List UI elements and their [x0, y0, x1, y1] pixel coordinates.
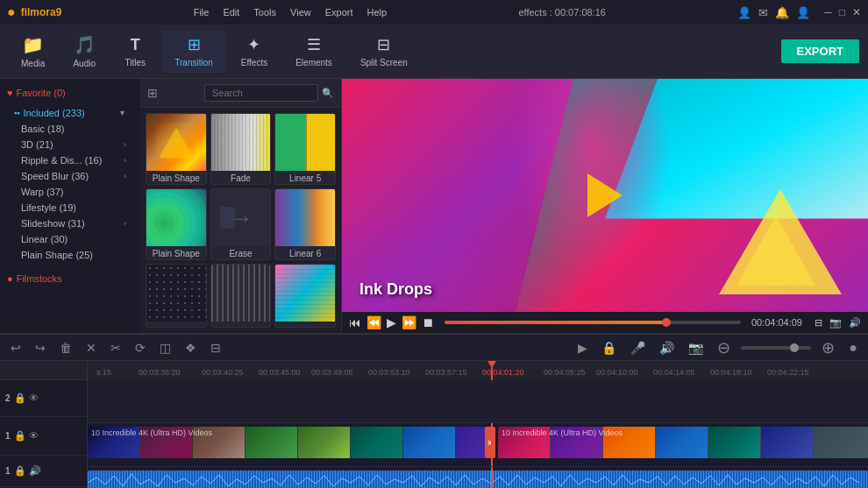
preview-controls: ⏮ ⏪ ▶ ⏩ ⏹ 00:04:04:09 ⊟ 📷 🔊	[342, 312, 868, 333]
sidebar-3d[interactable]: 3D (21) ›	[7, 137, 133, 152]
zoom-out-button[interactable]: ⊖	[714, 336, 734, 359]
extra-3-thumb	[275, 265, 335, 322]
favorite-section[interactable]: ♥ Favorite (0)	[0, 84, 140, 102]
plain-shape-5-label: Plain Shape 5	[146, 246, 206, 260]
sidebar-ripple[interactable]: Ripple & Dis... (16) ›	[7, 152, 133, 168]
toolbar-split-screen[interactable]: ⊟ Split Screen	[348, 30, 420, 73]
play-timeline-button[interactable]: ▶	[574, 339, 591, 357]
step-back-button[interactable]: ⏪	[366, 315, 381, 329]
track-2-lock-icon[interactable]: 🔒	[14, 393, 26, 404]
playhead[interactable]	[491, 361, 493, 380]
track-1-row: 10 Incredible 4K (Ultra HD) Videos ×	[88, 423, 868, 466]
audio-clip[interactable]	[88, 470, 868, 488]
3d-label: 3D (21)	[21, 139, 53, 150]
rotate-button[interactable]: ⟳	[132, 339, 149, 357]
transition-marker[interactable]: ×	[485, 427, 495, 458]
ripple-label: Ripple & Dis... (16)	[21, 155, 102, 166]
speed-button[interactable]: ❖	[181, 339, 200, 357]
toolbar-elements[interactable]: ☰ Elements	[283, 30, 345, 73]
stop-button[interactable]: ⏹	[422, 315, 434, 329]
fit-button[interactable]: ●	[845, 338, 861, 357]
audio-lock-icon[interactable]: 🔒	[14, 465, 26, 477]
lock-timeline-button[interactable]: 🔒	[598, 339, 620, 357]
cut-button[interactable]: ✕	[82, 339, 100, 357]
effect-extra-1[interactable]	[146, 264, 207, 328]
toolbar-media[interactable]: 📁 Media	[9, 29, 57, 74]
sidebar-speed-blur[interactable]: Speed Blur (36) ›	[7, 168, 133, 184]
sidebar-plain-shape[interactable]: Plain Shape (25)	[7, 247, 133, 263]
effect-erase[interactable]: → Erase	[210, 188, 272, 260]
step-forward-button[interactable]: ⏩	[402, 315, 416, 329]
zoom-in-button[interactable]: ⊕	[818, 336, 838, 359]
effect-extra-3[interactable]	[274, 264, 336, 328]
play-pause-button[interactable]: ▶	[387, 315, 396, 329]
filmstocks-section[interactable]: ● Filmstocks	[0, 270, 140, 287]
export-button[interactable]: EXPORT	[781, 39, 859, 63]
menu-tools[interactable]: Tools	[253, 7, 276, 18]
sidebar-lifestyle[interactable]: Lifestyle (19)	[7, 200, 133, 216]
menu-help[interactable]: Help	[367, 7, 388, 18]
toolbar-transition[interactable]: ⊞ Transition	[162, 30, 225, 73]
sidebar-slideshow[interactable]: Slideshow (31) ›	[7, 216, 133, 231]
effect-plain-shape-5[interactable]: Plain Shape 5	[146, 188, 207, 260]
effect-linear-6[interactable]: Linear 6	[274, 188, 336, 260]
screenshot-button[interactable]: 📷	[829, 317, 842, 329]
audio-speaker-icon[interactable]: 🔊	[29, 465, 41, 477]
erase-label: Erase	[211, 246, 271, 260]
snapshot-button[interactable]: 📷	[685, 339, 707, 357]
crop-button[interactable]: ◫	[156, 339, 174, 357]
audio-track-icons: 🔒 🔊	[14, 465, 41, 477]
volume-button[interactable]: 🔊	[849, 317, 861, 329]
sidebar-linear[interactable]: Linear (30)	[7, 231, 133, 247]
effect-extra-2[interactable]	[210, 264, 272, 328]
track-1-number: 1	[5, 431, 11, 441]
pip-button[interactable]: ⊟	[207, 339, 224, 357]
effect-plain-shape-4[interactable]: Plain Shape 4	[146, 113, 207, 185]
maximize-button[interactable]: □	[839, 6, 845, 19]
user-icon[interactable]: 👤	[796, 6, 810, 19]
menu-view[interactable]: View	[290, 7, 311, 18]
redo-button[interactable]: ↪	[32, 339, 49, 357]
search-input[interactable]	[204, 84, 318, 102]
render-button[interactable]: ⊟	[815, 317, 822, 329]
toolbar-titles[interactable]: T Titles	[111, 31, 159, 73]
video-clip-1[interactable]: 10 Incredible 4K (Ultra HD) Videos	[88, 427, 487, 458]
effect-linear-5[interactable]: Linear 5	[274, 113, 336, 185]
erase-thumb: →	[211, 189, 271, 246]
toolbar-effects[interactable]: ✦ Effects	[229, 30, 280, 73]
bell-icon[interactable]: 🔔	[775, 6, 789, 19]
grid-view-icon[interactable]: ⊞	[147, 86, 158, 100]
track-1-lock-icon[interactable]: 🔒	[14, 430, 26, 442]
mic-button[interactable]: 🎤	[627, 339, 649, 357]
rewind-to-start-button[interactable]: ⏮	[349, 315, 361, 329]
menu-edit[interactable]: Edit	[223, 7, 239, 18]
minimize-button[interactable]: ─	[824, 6, 832, 19]
main-area: ♥ Favorite (0) ▪▪ Included (233) ▼ Basic…	[0, 79, 868, 333]
included-label: Included (233)	[23, 108, 84, 118]
progress-handle[interactable]	[662, 318, 671, 327]
close-button[interactable]: ✕	[852, 6, 861, 19]
account-icon[interactable]: 👤	[737, 6, 751, 19]
clip-1-label: 10 Incredible 4K (Ultra HD) Videos	[91, 428, 212, 437]
clip-2-label: 10 Incredible 4K (Ultra HD) Videos	[502, 428, 623, 437]
delete-button[interactable]: 🗑	[56, 339, 75, 357]
sidebar-basic[interactable]: Basic (18)	[7, 121, 133, 137]
zoom-slider[interactable]	[741, 346, 811, 350]
menu-file[interactable]: File	[194, 7, 210, 18]
preview-panel: Ink Drops ⏮ ⏪ ▶ ⏩ ⏹ 00:04:04:09 ⊟ 📷 🔊	[342, 79, 868, 333]
sidebar-warp[interactable]: Warp (37)	[7, 184, 133, 200]
playback-progress[interactable]	[445, 321, 741, 324]
sidebar-included[interactable]: ▪▪ Included (233) ▼	[7, 105, 133, 121]
split-button[interactable]: ✂	[107, 339, 125, 357]
track-1-eye-icon[interactable]: 👁	[29, 430, 39, 442]
transition-label: Transition	[174, 58, 213, 67]
video-clip-2[interactable]: 10 Incredible 4K (Ultra HD) Videos	[498, 427, 868, 458]
track-2-eye-icon[interactable]: 👁	[29, 393, 39, 404]
search-icon[interactable]: 🔍	[322, 88, 334, 99]
audio-timeline-button[interactable]: 🔊	[656, 339, 678, 357]
undo-button[interactable]: ↩	[7, 339, 25, 357]
menu-export[interactable]: Export	[325, 7, 353, 18]
toolbar-audio[interactable]: 🎵 Audio	[60, 29, 108, 74]
effect-fade-grayscale[interactable]: Fade Grayscale	[210, 113, 272, 185]
mail-icon[interactable]: ✉	[758, 6, 768, 19]
